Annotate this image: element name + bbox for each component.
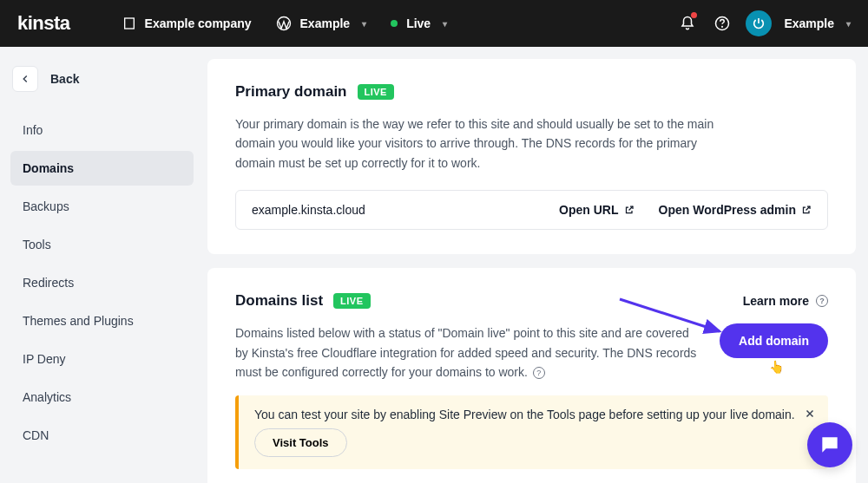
sidebar-item-themes-and-plugins[interactable]: Themes and Plugins	[10, 304, 194, 338]
logo: kinsta	[17, 12, 70, 35]
site-switcher[interactable]: Example ▾	[276, 16, 367, 31]
site-name: Example	[300, 16, 351, 30]
primary-domain-value: example.kinsta.cloud	[252, 203, 535, 217]
topbar: kinsta Example company Example ▾ Live ▾ …	[0, 0, 868, 47]
open-url-link[interactable]: Open URL	[559, 203, 634, 217]
back-button[interactable]	[12, 66, 38, 92]
chevron-down-icon: ▾	[443, 19, 447, 29]
primary-domain-card: Primary domain LIVE Your primary domain …	[207, 59, 856, 254]
add-domain-button[interactable]: Add domain 👆	[720, 323, 828, 358]
env-label: Live	[406, 16, 431, 30]
primary-domain-desc: Your primary domain is the way we refer …	[235, 114, 721, 173]
sidebar: Back InfoDomainsBackupsToolsRedirectsThe…	[0, 47, 204, 483]
main-content: Primary domain LIVE Your primary domain …	[204, 47, 868, 483]
chat-widget[interactable]	[807, 422, 852, 467]
live-badge: LIVE	[358, 84, 394, 100]
domains-list-title: Domains list	[235, 292, 323, 310]
live-status-dot	[391, 20, 398, 27]
chevron-down-icon: ▾	[362, 19, 366, 29]
help-button[interactable]	[709, 10, 735, 36]
svg-rect-0	[124, 18, 134, 29]
domains-list-desc: Domains listed below with a status of "D…	[235, 323, 699, 382]
help-icon	[714, 16, 730, 31]
svg-point-7	[722, 26, 723, 27]
learn-more-label: Learn more	[743, 294, 809, 308]
company-name: Example company	[145, 16, 252, 30]
external-link-icon	[801, 205, 812, 215]
open-url-label: Open URL	[559, 203, 618, 217]
arrow-left-icon	[19, 73, 31, 85]
power-icon	[752, 16, 766, 30]
help-circle-icon: ?	[533, 367, 545, 379]
back-label: Back	[50, 72, 79, 86]
sidebar-item-domains[interactable]: Domains	[10, 151, 194, 186]
open-wp-label: Open WordPress admin	[659, 203, 796, 217]
notifications-button[interactable]	[674, 10, 700, 36]
avatar[interactable]	[746, 10, 772, 36]
sidebar-item-redirects[interactable]: Redirects	[10, 265, 194, 300]
sidebar-item-cdn[interactable]: CDN	[10, 418, 194, 453]
primary-domain-title: Primary domain	[235, 83, 347, 101]
banner-text: You can test your site by enabling Site …	[254, 408, 795, 421]
close-icon[interactable]	[804, 408, 816, 423]
env-switcher[interactable]: Live ▾	[391, 16, 447, 30]
notification-dot	[691, 12, 697, 18]
sidebar-item-analytics[interactable]: Analytics	[10, 380, 194, 414]
help-circle-icon: ?	[816, 295, 828, 307]
open-wp-admin-link[interactable]: Open WordPress admin	[659, 203, 812, 217]
primary-domain-row: example.kinsta.cloud Open URL Open WordP…	[235, 190, 828, 230]
chat-icon	[819, 434, 841, 456]
site-preview-banner: You can test your site by enabling Site …	[235, 395, 828, 469]
building-icon	[122, 16, 136, 30]
back-row: Back	[10, 59, 194, 113]
sidebar-item-ip-deny[interactable]: IP Deny	[10, 342, 194, 376]
wordpress-icon	[276, 16, 292, 31]
domains-list-card: Domains list LIVE Learn more ? Domains l…	[207, 268, 856, 483]
external-link-icon	[624, 205, 635, 215]
company-switcher[interactable]: Example company	[122, 16, 252, 30]
chevron-down-icon: ▾	[846, 19, 851, 29]
cursor-hand-icon: 👆	[769, 360, 784, 374]
user-menu[interactable]: Example ▾	[784, 16, 851, 30]
sidebar-item-tools[interactable]: Tools	[10, 227, 194, 262]
visit-tools-button[interactable]: Visit Tools	[254, 428, 347, 457]
live-badge: LIVE	[333, 293, 370, 309]
user-name: Example	[784, 16, 834, 30]
learn-more-link[interactable]: Learn more ?	[743, 294, 828, 308]
sidebar-item-backups[interactable]: Backups	[10, 189, 194, 224]
add-domain-label: Add domain	[739, 334, 809, 348]
sidebar-item-info[interactable]: Info	[10, 113, 194, 147]
